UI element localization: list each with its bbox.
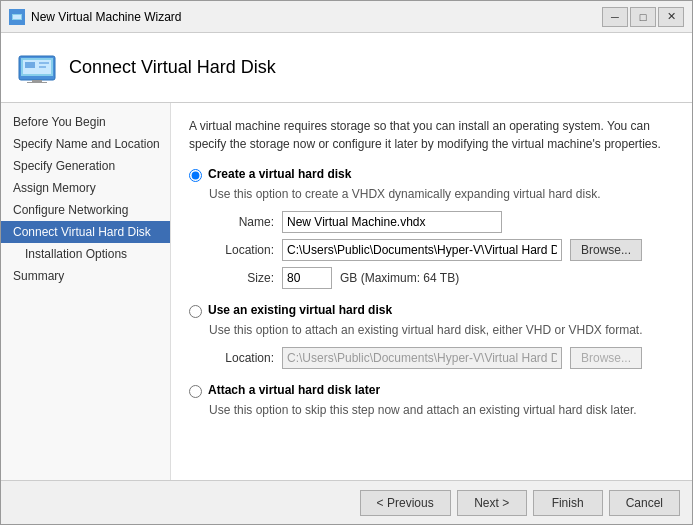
svg-rect-10 — [27, 82, 47, 83]
sidebar-item-installation[interactable]: Installation Options — [1, 243, 170, 265]
sidebar-item-networking[interactable]: Configure Networking — [1, 199, 170, 221]
attach-later-option-group: Attach a virtual hard disk later Use thi… — [189, 383, 674, 419]
size-row: Size: GB (Maximum: 64 TB) — [209, 267, 674, 289]
window-title: New Virtual Machine Wizard — [31, 10, 182, 24]
create-form: Name: Location: Browse... Size: GB (Maxi… — [209, 211, 674, 289]
window-icon — [9, 9, 25, 25]
sidebar-item-memory[interactable]: Assign Memory — [1, 177, 170, 199]
maximize-button[interactable]: □ — [630, 7, 656, 27]
existing-radio-label[interactable]: Use an existing virtual hard disk — [208, 303, 392, 317]
header-title: Connect Virtual Hard Disk — [69, 57, 276, 78]
create-radio-row: Create a virtual hard disk — [189, 167, 674, 182]
title-controls: ─ □ ✕ — [602, 7, 684, 27]
header-icon — [17, 52, 57, 84]
existing-location-row: Location: Browse... — [209, 347, 674, 369]
wizard-window: New Virtual Machine Wizard ─ □ ✕ Connect… — [0, 0, 693, 525]
sidebar: Before You Begin Specify Name and Locati… — [1, 103, 171, 480]
title-bar-left: New Virtual Machine Wizard — [9, 9, 182, 25]
close-button[interactable]: ✕ — [658, 7, 684, 27]
description-text: A virtual machine requires storage so th… — [189, 117, 674, 153]
main-content: Before You Begin Specify Name and Locati… — [1, 103, 692, 480]
title-bar: New Virtual Machine Wizard ─ □ ✕ — [1, 1, 692, 33]
previous-button[interactable]: < Previous — [360, 490, 451, 516]
footer: < Previous Next > Finish Cancel — [1, 480, 692, 524]
name-input[interactable] — [282, 211, 502, 233]
attach-later-radio[interactable] — [189, 385, 202, 398]
attach-later-radio-row: Attach a virtual hard disk later — [189, 383, 674, 398]
existing-description: Use this option to attach an existing vi… — [209, 322, 674, 339]
location-label: Location: — [209, 243, 274, 257]
existing-option-group: Use an existing virtual hard disk Use th… — [189, 303, 674, 369]
create-option-group: Create a virtual hard disk Use this opti… — [189, 167, 674, 289]
browse-button-create[interactable]: Browse... — [570, 239, 642, 261]
sidebar-item-summary[interactable]: Summary — [1, 265, 170, 287]
sidebar-item-before-you-begin[interactable]: Before You Begin — [1, 111, 170, 133]
attach-later-description: Use this option to skip this step now an… — [209, 402, 674, 419]
create-radio[interactable] — [189, 169, 202, 182]
existing-radio-row: Use an existing virtual hard disk — [189, 303, 674, 318]
location-row: Location: Browse... — [209, 239, 674, 261]
svg-rect-7 — [39, 62, 49, 64]
create-description: Use this option to create a VHDX dynamic… — [209, 186, 674, 203]
browse-button-existing: Browse... — [570, 347, 642, 369]
name-label: Name: — [209, 215, 274, 229]
content-area: A virtual machine requires storage so th… — [171, 103, 692, 480]
svg-rect-6 — [25, 62, 35, 68]
existing-form: Location: Browse... — [209, 347, 674, 369]
minimize-button[interactable]: ─ — [602, 7, 628, 27]
create-radio-label[interactable]: Create a virtual hard disk — [208, 167, 351, 181]
svg-rect-8 — [39, 66, 46, 68]
existing-radio[interactable] — [189, 305, 202, 318]
size-unit: GB (Maximum: 64 TB) — [340, 271, 459, 285]
location-input[interactable] — [282, 239, 562, 261]
sidebar-item-name-location[interactable]: Specify Name and Location — [1, 133, 170, 155]
svg-rect-2 — [13, 15, 21, 19]
size-label: Size: — [209, 271, 274, 285]
header-section: Connect Virtual Hard Disk — [1, 33, 692, 103]
size-input[interactable] — [282, 267, 332, 289]
existing-location-input — [282, 347, 562, 369]
next-button[interactable]: Next > — [457, 490, 527, 516]
finish-button[interactable]: Finish — [533, 490, 603, 516]
svg-rect-9 — [32, 80, 42, 82]
cancel-button[interactable]: Cancel — [609, 490, 680, 516]
sidebar-item-hard-disk[interactable]: Connect Virtual Hard Disk — [1, 221, 170, 243]
attach-later-radio-label[interactable]: Attach a virtual hard disk later — [208, 383, 380, 397]
existing-location-label: Location: — [209, 351, 274, 365]
name-row: Name: — [209, 211, 674, 233]
sidebar-item-generation[interactable]: Specify Generation — [1, 155, 170, 177]
